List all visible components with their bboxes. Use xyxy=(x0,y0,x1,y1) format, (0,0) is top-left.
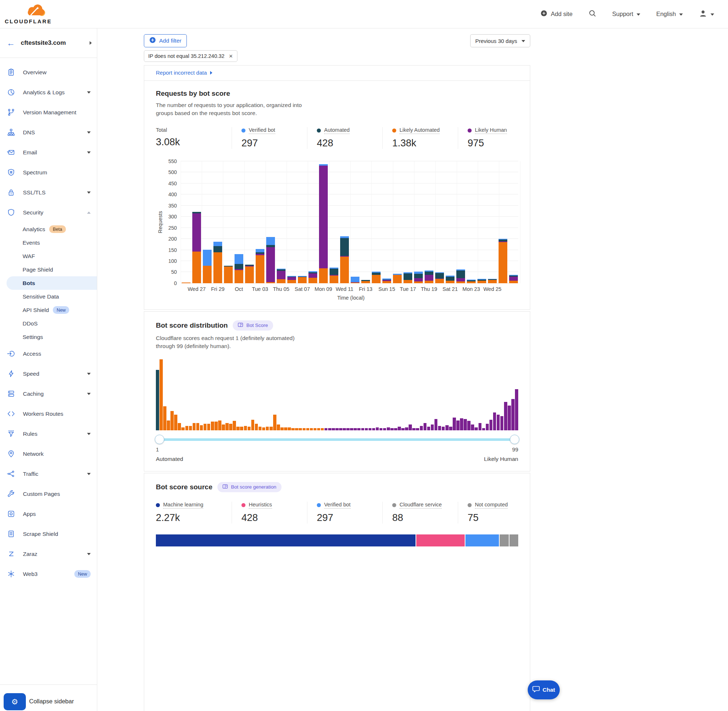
sidebar-item-traffic[interactable]: Traffic xyxy=(0,464,97,484)
add-filter-button[interactable]: Add filter xyxy=(144,34,187,47)
sidebar-subitem-page-shield[interactable]: Page Shield xyxy=(0,263,97,276)
score-bar xyxy=(325,428,328,430)
chat-button[interactable]: Chat xyxy=(528,680,560,699)
sidebar-item-custom-pages[interactable]: Custom Pages xyxy=(0,484,97,504)
sidebar-item-dns[interactable]: DNS xyxy=(0,122,97,142)
collapse-sidebar-button[interactable]: ⚙ Collapse sidebar xyxy=(0,684,97,711)
sidebar-subitem-events[interactable]: Events xyxy=(0,236,97,249)
sidebar-item-rules[interactable]: Rules xyxy=(0,424,97,444)
x-axis-title: Time (local) xyxy=(181,295,521,301)
account-menu[interactable] xyxy=(699,9,714,19)
date-range-select[interactable]: Previous 30 days xyxy=(470,34,530,47)
stat-cloudflare-service: Cloudflare service 88 xyxy=(382,502,458,524)
language-menu[interactable]: English xyxy=(656,10,683,18)
requests-stats: Total 3.08k Verified bot 297 Automated 4… xyxy=(156,127,518,149)
back-arrow-icon[interactable]: ← xyxy=(7,39,15,47)
score-bar xyxy=(339,428,342,430)
sidebar-item-apps[interactable]: Apps xyxy=(0,504,97,524)
score-bar xyxy=(486,424,489,430)
chevron-up-icon xyxy=(87,211,91,214)
legend-dot xyxy=(392,503,396,507)
support-menu[interactable]: Support xyxy=(612,10,640,18)
chevron-down-icon xyxy=(87,91,91,94)
sidebar-item-web3[interactable]: Web3New xyxy=(0,564,97,584)
day-bar xyxy=(192,212,201,283)
stat-value: 975 xyxy=(468,138,533,149)
search-button[interactable] xyxy=(589,9,596,19)
day-bar xyxy=(309,271,317,283)
score-bar xyxy=(222,425,225,430)
close-icon[interactable]: ✕ xyxy=(229,53,233,59)
slider-track[interactable] xyxy=(156,438,518,441)
score-bar xyxy=(313,428,317,430)
cloudflare-logo[interactable]: CLOUDFLARE xyxy=(5,3,48,26)
score-bar xyxy=(332,428,335,430)
score-bar xyxy=(291,428,295,430)
sidebar-item-workers-routes[interactable]: Workers Routes xyxy=(0,404,97,424)
score-bar xyxy=(478,423,482,430)
sidebar-subitem-settings[interactable]: Settings xyxy=(0,330,97,344)
score-bar xyxy=(467,421,471,430)
gear-icon[interactable]: ⚙ xyxy=(4,693,26,710)
legend-dot xyxy=(241,503,245,507)
sidebar-item-security[interactable]: Security xyxy=(0,202,97,223)
sidebar-item-analytics-logs[interactable]: Analytics & Logs xyxy=(0,82,97,102)
beta-badge: Beta xyxy=(49,225,66,233)
sidebar-subitem-waf[interactable]: WAF xyxy=(0,249,97,263)
legend-dot xyxy=(468,503,472,507)
report-row: Report incorrect data xyxy=(144,65,530,80)
day-bar xyxy=(361,280,370,283)
sidebar-subitem-bots[interactable]: Bots xyxy=(7,276,97,290)
sidebar-item-network[interactable]: Network xyxy=(0,444,97,464)
score-bar xyxy=(504,402,507,430)
card-description: The number of requests to your applicati… xyxy=(156,101,313,118)
slider-handle-max[interactable] xyxy=(510,435,519,444)
score-bar xyxy=(343,428,346,430)
chevron-right-icon xyxy=(90,41,92,45)
slider-handle-min[interactable] xyxy=(155,435,164,444)
stat-value: 2.27k xyxy=(156,512,232,524)
sidebar-subitem-sensitive-data[interactable]: Sensitive Data xyxy=(0,290,97,303)
card-title: Bot score distribution Bot Score xyxy=(156,320,518,330)
site-selector[interactable]: ← cftestsite3.com xyxy=(0,28,97,58)
score-bar xyxy=(372,428,375,430)
sidebar-subitem-analytics[interactable]: AnalyticsBeta xyxy=(0,223,97,236)
score-bar xyxy=(244,426,247,430)
sidebar-item-scrape-shield[interactable]: Scrape Shield xyxy=(0,524,97,544)
report-incorrect-data-link[interactable]: Report incorrect data xyxy=(156,69,212,76)
sidebar-item-zaraz[interactable]: Zaraz xyxy=(0,544,97,564)
score-bar xyxy=(394,428,397,430)
score-bar xyxy=(398,427,401,430)
score-bar xyxy=(409,425,412,430)
user-icon xyxy=(699,9,707,19)
score-bar xyxy=(350,428,353,430)
sidebar-item-spectrum[interactable]: Spectrum xyxy=(0,162,97,182)
score-bar xyxy=(376,428,379,430)
legend-dot xyxy=(241,128,245,133)
caching-icon xyxy=(7,390,15,398)
bot-score-distribution-card: Bot score distribution Bot Score Cloudfl… xyxy=(144,311,530,472)
stat-verified-bot: Verified bot 297 xyxy=(307,502,382,524)
score-bar xyxy=(508,406,511,430)
source-segment-verified-bot xyxy=(465,534,500,546)
sidebar-item-ssl-tls[interactable]: SSL/TLS xyxy=(0,182,97,202)
sidebar-item-caching[interactable]: Caching xyxy=(0,384,97,404)
score-range-slider xyxy=(156,435,518,444)
day-bar xyxy=(255,249,264,283)
sidebar-subitem-api-shield[interactable]: API ShieldNew xyxy=(0,303,97,317)
chevron-down-icon xyxy=(87,131,91,134)
bot-score-badge[interactable]: Bot Score xyxy=(233,320,273,330)
filter-chip[interactable]: IP does not equal 35.212.240.32 ✕ xyxy=(144,50,238,62)
score-bar xyxy=(174,415,177,430)
score-bar xyxy=(515,389,518,430)
sidebar-item-email[interactable]: Email xyxy=(0,142,97,162)
sidebar-item-access[interactable]: Access xyxy=(0,344,97,364)
sidebar-item-speed[interactable]: Speed xyxy=(0,364,97,384)
add-site-button[interactable]: Add site xyxy=(540,10,573,18)
sidebar-item-version-management[interactable]: Version Management xyxy=(0,102,97,122)
bot-score-generation-badge[interactable]: Bot score generation xyxy=(217,482,282,492)
sidebar-subitem-ddos[interactable]: DDoS xyxy=(0,317,97,330)
sidebar-item-overview[interactable]: Overview xyxy=(0,62,97,82)
score-bar xyxy=(497,415,500,430)
email-icon xyxy=(7,149,15,156)
